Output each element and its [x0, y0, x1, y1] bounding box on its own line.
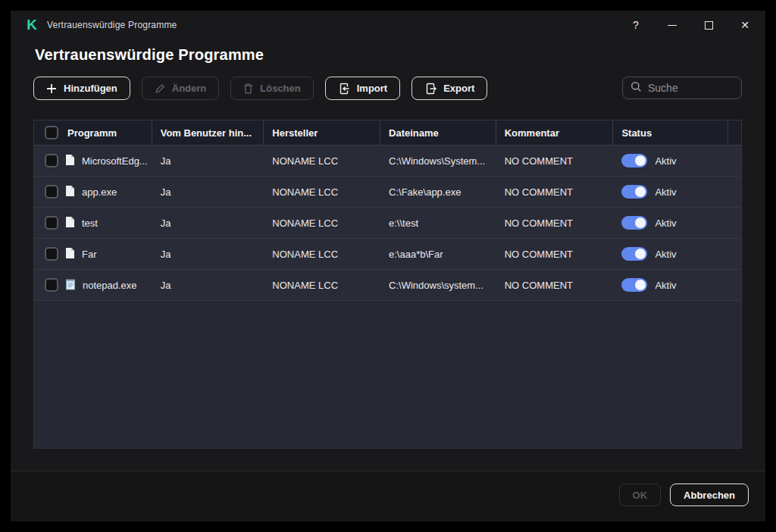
vendor-cell: NONAME LCC	[264, 208, 380, 238]
program-name: app.exe	[82, 186, 117, 198]
filename-cell: e:\aaa*b\Far	[380, 239, 496, 269]
search-icon	[630, 81, 642, 95]
edit-button-label: Ändern	[172, 83, 207, 94]
header-label-status: Status	[621, 127, 652, 139]
status-label: Aktiv	[655, 186, 676, 198]
add-button[interactable]: Hinzufügen	[33, 77, 130, 100]
filename-cell: C:\Fake\app.exe	[380, 177, 496, 207]
comment-cell: NO COMMENT	[496, 239, 614, 269]
program-name: test	[82, 217, 98, 229]
status-label: Aktiv	[655, 155, 676, 167]
search-input[interactable]	[648, 82, 734, 94]
program-name: Far	[82, 249, 97, 260]
row-checkbox[interactable]	[45, 278, 58, 292]
export-button[interactable]: Export	[411, 77, 487, 100]
title-bar: K Vertrauenswürdige Programme ? ✕	[11, 11, 765, 39]
table-row[interactable]: test Ja NONAME LCC e:\\test NO COMMENT A…	[34, 208, 741, 239]
search-box	[622, 77, 742, 99]
added-by-user-cell: Ja	[152, 270, 264, 300]
status-toggle[interactable]	[621, 278, 647, 292]
export-icon	[424, 83, 436, 95]
close-icon[interactable]: ✕	[737, 17, 753, 33]
status-label: Aktiv	[655, 280, 676, 291]
file-icon	[65, 154, 75, 168]
file-icon	[65, 247, 75, 261]
file-icon	[65, 216, 75, 230]
help-icon[interactable]: ?	[627, 17, 644, 33]
programs-table: Programm Vom Benutzer hin... Hersteller …	[33, 120, 742, 449]
minimize-bar	[668, 25, 677, 26]
import-button[interactable]: Import	[325, 77, 400, 100]
cancel-button[interactable]: Abbrechen	[670, 483, 749, 506]
status-cell: Aktiv	[613, 177, 728, 207]
page-title: Vertrauenswürdige Programme	[35, 46, 264, 64]
select-all-checkbox[interactable]	[45, 126, 58, 139]
ok-button[interactable]: OK	[619, 483, 662, 506]
row-checkbox[interactable]	[45, 216, 58, 230]
notepad-icon	[65, 278, 76, 293]
delete-button[interactable]: Löschen	[230, 77, 313, 100]
header-cell-vendor: Hersteller	[264, 120, 380, 145]
header-label-program: Programm	[67, 127, 117, 139]
added-by-user-cell: Ja	[152, 239, 264, 269]
comment-cell: NO COMMENT	[496, 270, 614, 300]
vendor-cell: NONAME LCC	[264, 146, 380, 176]
vendor-cell: NONAME LCC	[264, 270, 380, 300]
comment-cell: NO COMMENT	[496, 146, 614, 176]
footer: OK Abbrechen	[11, 471, 765, 521]
import-icon	[338, 83, 350, 95]
table-row[interactable]: Far Ja NONAME LCC e:\aaa*b\Far NO COMMEN…	[34, 239, 741, 270]
status-label: Aktiv	[655, 217, 676, 229]
header-label-comment: Kommentar	[505, 127, 559, 139]
delete-button-label: Löschen	[260, 83, 300, 94]
status-toggle[interactable]	[621, 216, 647, 230]
kaspersky-logo-icon: K	[24, 17, 39, 33]
status-toggle[interactable]	[621, 247, 647, 261]
comment-cell: NO COMMENT	[496, 208, 614, 238]
status-cell: Aktiv	[613, 270, 728, 300]
trash-icon	[243, 83, 253, 94]
table-row[interactable]: MicrosoftEdg... Ja NONAME LCC C:\Windows…	[34, 146, 741, 177]
filename-cell: e:\\test	[380, 208, 496, 238]
table-header: Programm Vom Benutzer hin... Hersteller …	[34, 120, 741, 146]
comment-cell: NO COMMENT	[496, 177, 614, 207]
row-checkbox[interactable]	[45, 247, 58, 261]
row-checkbox[interactable]	[45, 185, 58, 199]
added-by-user-cell: Ja	[152, 208, 264, 238]
header-label-vendor: Hersteller	[272, 127, 318, 139]
toggle-knob	[635, 280, 646, 290]
table-row[interactable]: notepad.exe Ja NONAME LCC C:\Windows\sys…	[34, 270, 741, 301]
minimize-icon[interactable]	[664, 17, 681, 33]
import-button-label: Import	[357, 83, 387, 94]
toggle-knob	[635, 155, 646, 166]
maximize-box	[705, 21, 713, 30]
added-by-user-cell: Ja	[152, 146, 264, 176]
filename-cell: C:\Windows\system...	[380, 270, 496, 300]
header-label-filename: Dateiname	[389, 127, 439, 139]
vendor-cell: NONAME LCC	[264, 177, 380, 207]
status-toggle[interactable]	[621, 154, 647, 167]
trusted-programs-dialog: K Vertrauenswürdige Programme ? ✕ Vertra…	[11, 11, 765, 521]
toggle-knob	[635, 186, 646, 197]
added-by-user-cell: Ja	[152, 177, 264, 207]
edit-button[interactable]: Ändern	[142, 77, 220, 100]
header-cell-status: Status	[613, 120, 728, 145]
program-name: notepad.exe	[83, 280, 137, 291]
status-toggle[interactable]	[621, 185, 647, 199]
vendor-cell: NONAME LCC	[264, 239, 380, 269]
status-cell: Aktiv	[613, 208, 728, 238]
window-title: Vertrauenswürdige Programme	[47, 20, 177, 30]
maximize-icon[interactable]	[700, 17, 717, 33]
table-row[interactable]: app.exe Ja NONAME LCC C:\Fake\app.exe NO…	[34, 177, 741, 208]
status-cell: Aktiv	[613, 239, 728, 269]
program-name: MicrosoftEdg...	[82, 155, 148, 167]
header-label-added-by-user: Vom Benutzer hin...	[161, 127, 252, 139]
export-button-label: Export	[443, 83, 474, 94]
file-icon	[65, 185, 75, 199]
row-checkbox[interactable]	[45, 154, 58, 167]
plus-icon	[46, 83, 57, 94]
status-cell: Aktiv	[613, 146, 728, 176]
header-cell-added-by-user: Vom Benutzer hin...	[152, 120, 264, 145]
header-cell-comment: Kommentar	[496, 120, 614, 145]
toggle-knob	[635, 217, 646, 228]
